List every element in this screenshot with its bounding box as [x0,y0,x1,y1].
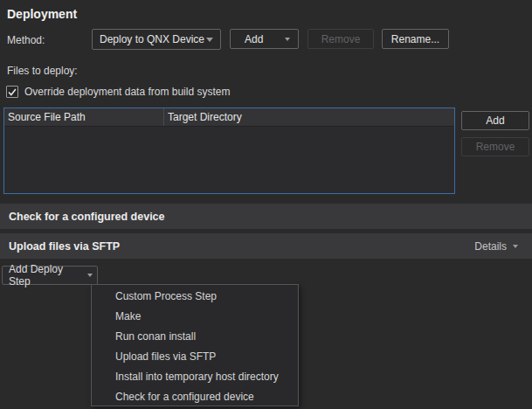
column-header-source-file-path[interactable]: Source File Path [4,108,163,126]
column-header-target-directory[interactable]: Target Directory [163,108,454,126]
chevron-down-icon [206,38,213,42]
files-to-deploy-table[interactable]: Source File Path Target Directory [3,107,455,194]
chevron-down-icon [285,38,290,41]
menu-item-run-conan-install[interactable]: Run conan install [92,326,298,346]
method-add-button[interactable]: Add [230,29,299,49]
deploy-method-value: Deploy to QNX Device [100,33,204,45]
method-remove-button[interactable]: Remove [307,29,374,49]
menu-item-upload-files-via-sftp[interactable]: Upload files via SFTP [92,346,298,366]
table-header-row: Source File Path Target Directory [4,108,454,127]
menu-item-make[interactable]: Make [92,306,298,326]
menu-item-check-for-a-configured-device[interactable]: Check for a configured device [92,386,298,406]
files-to-deploy-label: Files to deploy: [7,65,78,77]
add-deploy-step-label: Add Deploy Step [9,263,84,288]
file-remove-button[interactable]: Remove [461,137,529,156]
details-toggle-button[interactable]: Details [474,233,518,259]
method-label: Method: [7,34,45,46]
step-bar-upload-files-sftp: Upload files via SFTP Details [0,233,532,259]
method-remove-label: Remove [321,33,361,45]
chevron-down-icon [513,245,518,248]
override-deployment-checkbox-row[interactable]: Override deployment data from build syst… [6,86,230,98]
method-rename-button[interactable]: Rename... [382,29,449,49]
file-add-label: Add [486,114,504,127]
page-title: Deployment [7,7,77,21]
override-deployment-checkbox-label: Override deployment data from build syst… [24,86,230,98]
step-title: Upload files via SFTP [9,240,120,253]
deploy-method-combobox[interactable]: Deploy to QNX Device [92,29,221,50]
table-body-empty[interactable] [4,127,454,193]
checkmark-icon [8,88,17,96]
method-add-label: Add [245,33,263,45]
details-label: Details [474,240,507,253]
deployment-settings-panel: Deployment Method: Deploy to QNX Device … [0,0,532,409]
method-rename-label: Rename... [391,33,439,45]
add-deploy-step-button[interactable]: Add Deploy Step [2,266,98,285]
menu-item-custom-process-step[interactable]: Custom Process Step [92,286,298,306]
file-add-button[interactable]: Add [461,111,529,130]
file-remove-label: Remove [476,141,515,153]
step-bar-check-configured-device: Check for a configured device [0,204,532,229]
checkbox-checked-icon[interactable] [6,86,18,98]
chevron-down-icon [87,274,93,277]
add-deploy-step-menu: Custom Process Step Make Run conan insta… [91,284,299,406]
menu-item-install-into-temporary-host-directory[interactable]: Install into temporary host directory [92,366,298,386]
step-title: Check for a configured device [9,211,165,223]
